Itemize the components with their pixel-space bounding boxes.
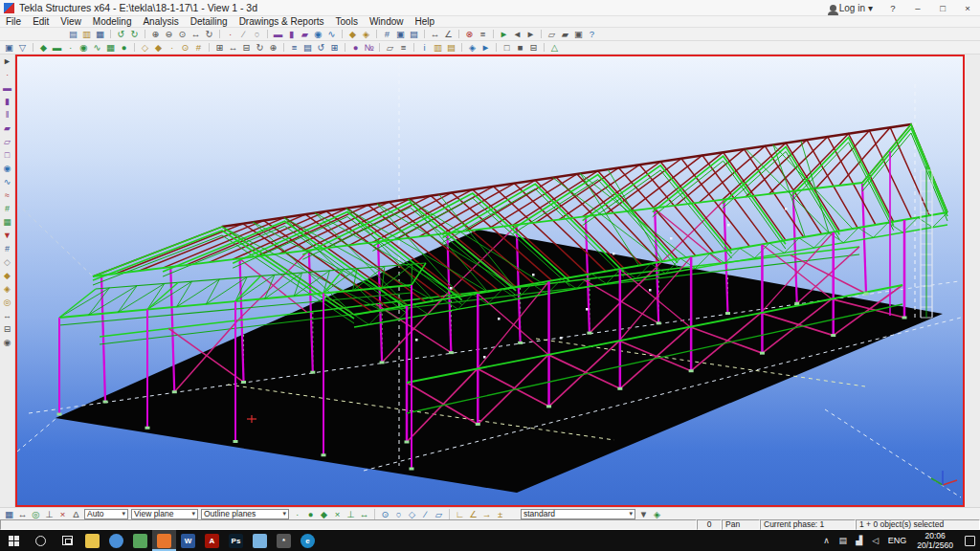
shaded-icon[interactable]: ▰ — [559, 29, 571, 40]
select-assemblies-icon[interactable]: ▦ — [104, 42, 117, 54]
combo-arrow-icon[interactable]: ▾ — [122, 510, 125, 518]
connection-tool-icon[interactable]: ◈ — [1, 282, 14, 296]
snap-line-icon[interactable]: ∕ — [419, 509, 432, 519]
save-model-icon[interactable]: ▦ — [94, 29, 106, 40]
copy-icon[interactable]: ⊞ — [213, 42, 226, 54]
concrete-slab[interactable] — [56, 230, 943, 493]
phase-manager-icon[interactable]: ● — [349, 42, 362, 54]
select-bolts-icon[interactable]: ◉ — [78, 42, 90, 54]
create-plate-icon[interactable]: ▰ — [299, 29, 311, 40]
window-close-button[interactable]: × — [955, 0, 980, 16]
file-explorer-app[interactable] — [80, 530, 104, 551]
relative-coordinates-icon[interactable]: Δ — [70, 509, 82, 519]
copy-special-icon[interactable]: ⊕ — [267, 42, 279, 54]
snap-points-icon[interactable]: ∙ — [291, 509, 303, 519]
3d-viewport[interactable] — [15, 55, 965, 507]
view-list-icon[interactable]: ≡ — [288, 42, 301, 54]
measure-distance-icon[interactable]: ↔ — [429, 29, 441, 40]
macros-icon[interactable]: ► — [479, 42, 492, 54]
select-phases-icon[interactable]: ● — [118, 42, 130, 54]
window-maximize-button[interactable]: □ — [930, 0, 955, 16]
chrome-app[interactable] — [104, 530, 128, 551]
snap-any-position-icon[interactable]: ⊙ — [179, 42, 191, 54]
menu-item-edit[interactable]: Edit — [27, 16, 55, 28]
ladder-tower[interactable] — [921, 166, 932, 318]
create-point-tool-icon[interactable]: ∙ — [1, 68, 14, 81]
green-folder-app[interactable] — [128, 530, 152, 551]
drag-and-drop-icon[interactable]: ↔ — [16, 509, 29, 519]
panel-tool-icon[interactable]: □ — [1, 148, 14, 162]
menu-item-help[interactable]: Help — [409, 16, 440, 28]
volume-icon[interactable]: ◁ — [868, 530, 883, 551]
distance-snap-icon[interactable]: → — [480, 509, 493, 519]
snap-quadrant-icon[interactable]: ○ — [392, 509, 405, 519]
combo-arrow-icon[interactable]: ▾ — [629, 510, 633, 518]
previous-view-icon[interactable]: ◄ — [511, 29, 523, 40]
notepad-app[interactable] — [248, 530, 272, 551]
snap-intersection-icon[interactable]: × — [331, 509, 344, 519]
select-all-icon[interactable]: ▣ — [3, 42, 15, 54]
named-views-icon[interactable]: ▤ — [408, 29, 420, 40]
login-button[interactable]: Log in ▾ — [822, 0, 880, 15]
snap-override-icon[interactable]: ◎ — [30, 509, 42, 519]
applications-icon[interactable]: ◈ — [360, 29, 372, 40]
load-tool-icon[interactable]: ▼ — [1, 229, 14, 242]
hide-object-icon[interactable]: □ — [501, 42, 513, 54]
material-catalog-icon[interactable]: ▥ — [432, 42, 444, 54]
create-drawing-icon[interactable]: ▱ — [384, 42, 396, 54]
mesh-tool-icon[interactable]: # — [1, 202, 14, 215]
rebar-tool-icon[interactable]: ≈ — [1, 188, 14, 202]
taskbar-clock[interactable]: 20:06 20/1/2560 — [911, 531, 959, 550]
zoom-in-icon[interactable]: ⊕ — [149, 29, 162, 40]
3d-view-scene[interactable] — [17, 56, 963, 505]
menu-item-modeling[interactable]: Modeling — [87, 16, 138, 28]
open-model-icon[interactable]: ▥ — [80, 29, 93, 40]
menu-item-tools[interactable]: Tools — [330, 16, 364, 28]
menu-item-detailing[interactable]: Detailing — [185, 16, 234, 28]
snap-perpendicular-icon[interactable]: ⊥ — [345, 509, 357, 519]
word-app[interactable]: W — [176, 530, 200, 551]
bolt-tool-icon[interactable]: ◉ — [1, 162, 14, 175]
create-column-icon[interactable]: ▮ — [285, 29, 298, 40]
snap-extension-icon[interactable]: ↔ — [358, 509, 370, 519]
tekla-structures-app[interactable] — [152, 530, 176, 551]
column-tool-icon[interactable]: ▮ — [1, 95, 14, 108]
angle-snap-icon[interactable]: ∠ — [467, 509, 479, 519]
component-tool-icon[interactable]: ◆ — [1, 269, 14, 282]
measure-angle-icon[interactable]: ∠ — [442, 29, 455, 40]
menu-item-window[interactable]: Window — [364, 16, 410, 28]
measure-tool-icon[interactable]: ↔ — [1, 309, 14, 322]
snap-reference-points-icon[interactable]: ◇ — [139, 42, 151, 54]
walk-through-icon[interactable]: ► — [498, 29, 510, 40]
menu-item-file[interactable]: File — [0, 16, 27, 28]
snap-geometry-points-icon[interactable]: ◆ — [152, 42, 165, 54]
flight-mode-icon[interactable]: △ — [548, 42, 561, 54]
beam-tool-icon[interactable]: ▬ — [1, 81, 14, 95]
redo-icon[interactable]: ↻ — [128, 29, 141, 40]
weld-tool-icon[interactable]: ∿ — [1, 175, 14, 188]
fit-work-area-icon[interactable]: ⊞ — [328, 42, 341, 54]
select-parts-icon[interactable]: ▬ — [51, 42, 63, 54]
ortho-snap-icon[interactable]: ∟ — [454, 509, 466, 519]
help-button[interactable]: ? — [880, 0, 905, 16]
edge-app[interactable]: e — [296, 530, 320, 551]
show-only-selected-icon[interactable]: ■ — [514, 42, 526, 54]
inquire-object-icon[interactable]: i — [418, 42, 431, 54]
snap-midpoint-icon[interactable]: ◆ — [318, 509, 330, 519]
touch-keyboard-icon[interactable]: ▤ — [835, 530, 851, 551]
snap-nearest-point-icon[interactable]: ∙ — [166, 42, 178, 54]
undo-icon[interactable]: ↺ — [115, 29, 127, 40]
create-weld-icon[interactable]: ∿ — [325, 29, 338, 40]
snap-endpoint-icon[interactable]: ● — [304, 509, 317, 519]
components-catalog-icon[interactable]: ◆ — [346, 29, 359, 40]
acrobat-app[interactable]: A — [200, 530, 224, 551]
select-points-icon[interactable]: ∙ — [64, 42, 77, 54]
create-point-icon[interactable]: ∙ — [224, 29, 236, 40]
select-switch-combo[interactable]: Auto ▾ — [84, 509, 128, 519]
pointer-tool-icon[interactable]: ► — [1, 55, 14, 68]
clip-plane-icon[interactable]: ⊟ — [527, 42, 540, 54]
rotate-icon[interactable]: ↻ — [254, 42, 266, 54]
construction-plane-tool-icon[interactable]: ◇ — [1, 255, 14, 269]
zoom-out-icon[interactable]: ⊖ — [163, 29, 175, 40]
snap-free-icon[interactable]: ◇ — [406, 509, 418, 519]
